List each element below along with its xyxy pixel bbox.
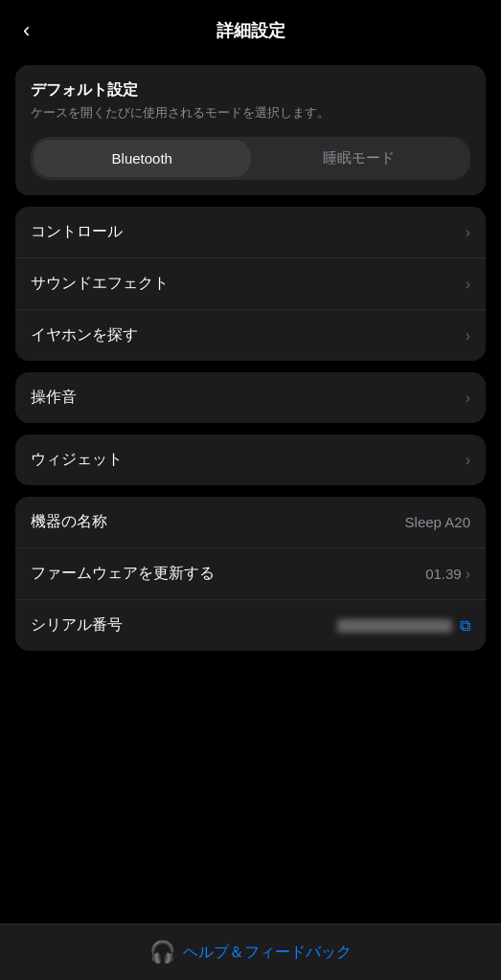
sound-effect-item[interactable]: サウンドエフェクト › (15, 258, 486, 310)
widget-label: ウィジェット (31, 450, 123, 470)
controls-item[interactable]: コントロール › (15, 207, 486, 258)
device-name-value: Sleep A20 (405, 514, 470, 530)
operation-sound-chevron: › (466, 390, 470, 407)
operation-sound-label: 操作音 (31, 388, 77, 408)
firmware-item[interactable]: ファームウェアを更新する 01.39 › (15, 548, 486, 600)
sound-effect-label: サウンドエフェクト (31, 274, 169, 294)
serial-item[interactable]: シリアル番号 ⧉ (15, 600, 486, 651)
widget-item[interactable]: ウィジェット › (15, 434, 486, 485)
back-button[interactable]: ‹ (15, 14, 37, 47)
help-label: ヘルプ＆フィードバック (183, 943, 352, 963)
controls-chevron: › (466, 224, 470, 241)
firmware-label: ファームウェアを更新する (31, 564, 215, 584)
find-earphone-item[interactable]: イヤホンを探す › (15, 310, 486, 361)
serial-blurred-text (337, 619, 452, 633)
menu-group-4: 機器の名称 Sleep A20 ファームウェアを更新する 01.39 › シリア… (15, 497, 486, 651)
serial-value-container: ⧉ (337, 617, 470, 635)
default-settings-subtitle: ケースを開くたびに使用されるモードを選択します。 (31, 104, 470, 122)
sleep-mode-toggle[interactable]: 睡眠モード (251, 140, 468, 177)
page-title: 詳細設定 (216, 19, 285, 42)
sound-effect-chevron: › (466, 276, 470, 293)
copy-icon[interactable]: ⧉ (460, 617, 470, 635)
content: デフォルト設定 ケースを開くたびに使用されるモードを選択します。 Bluetoo… (0, 57, 501, 727)
device-name-item[interactable]: 機器の名称 Sleep A20 (15, 497, 486, 548)
header: ‹ 詳細設定 (0, 0, 501, 57)
menu-group-2: 操作音 › (15, 372, 486, 423)
find-earphone-label: イヤホンを探す (31, 325, 138, 345)
default-settings-card: デフォルト設定 ケースを開くたびに使用されるモードを選択します。 Bluetoo… (15, 65, 486, 195)
firmware-value: 01.39 › (425, 566, 470, 583)
find-earphone-chevron: › (466, 327, 470, 345)
serial-label: シリアル番号 (31, 615, 123, 635)
default-settings-title: デフォルト設定 (31, 80, 470, 100)
menu-group-3: ウィジェット › (15, 434, 486, 485)
menu-group-1: コントロール › サウンドエフェクト › イヤホンを探す › (15, 207, 486, 361)
operation-sound-item[interactable]: 操作音 › (15, 372, 486, 423)
widget-chevron: › (466, 452, 470, 469)
help-icon: 🎧 (149, 940, 175, 965)
firmware-version: 01.39 (425, 566, 462, 582)
bluetooth-toggle[interactable]: Bluetooth (34, 140, 251, 177)
toggle-group: Bluetooth 睡眠モード (31, 137, 470, 180)
controls-label: コントロール (31, 222, 123, 242)
firmware-chevron: › (466, 566, 470, 583)
device-name-label: 機器の名称 (31, 512, 107, 532)
footer[interactable]: 🎧 ヘルプ＆フィードバック (0, 924, 501, 980)
